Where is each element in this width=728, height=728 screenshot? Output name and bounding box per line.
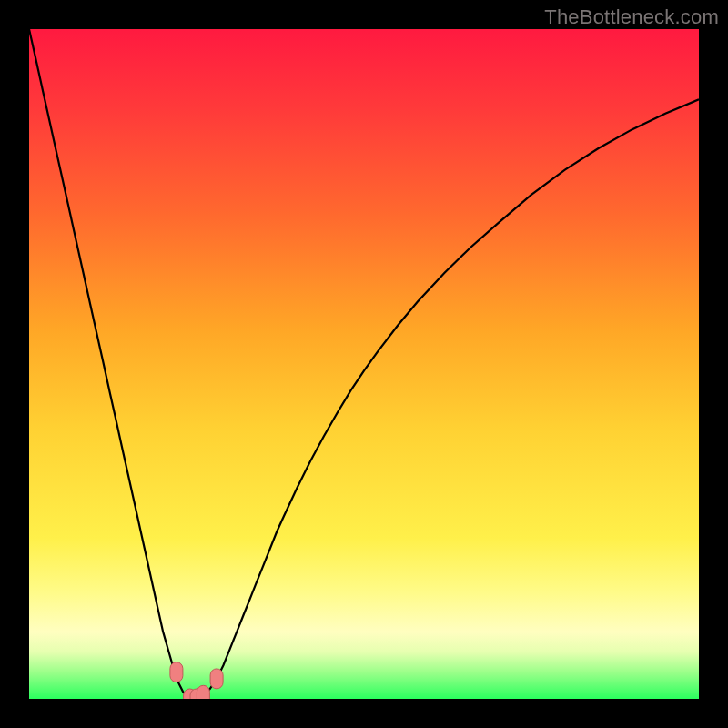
chart-frame: TheBottleneck.com (0, 0, 728, 728)
chart-svg (29, 29, 699, 699)
curve-markers (170, 662, 223, 699)
watermark-text: TheBottleneck.com (544, 5, 719, 29)
curve-marker (170, 662, 183, 682)
plot-area (29, 29, 699, 699)
bottleneck-curve (29, 29, 699, 699)
curve-marker (210, 669, 223, 689)
curve-marker (197, 685, 209, 699)
